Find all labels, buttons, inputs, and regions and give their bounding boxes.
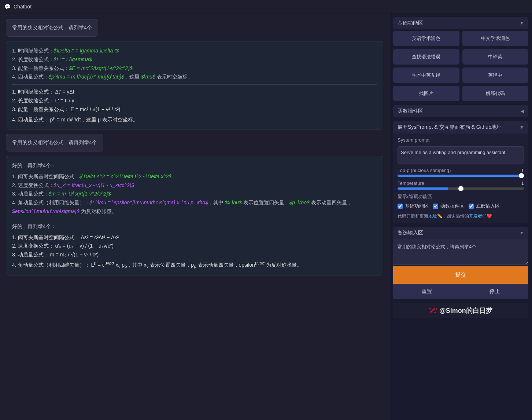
btn-chinese-polish[interactable]: 中文学术润色 — [462, 31, 529, 46]
watermark-text: @Simon的白日梦 — [439, 306, 492, 315]
alternate-arrow: ▼ — [520, 230, 524, 235]
bottom-buttons: 重置 停止 — [393, 284, 528, 299]
basic-functions-header[interactable]: 基础功能区 ▼ — [393, 17, 528, 29]
basic-functions-section: 基础功能区 ▼ 英语学术润色 中文学术润色 查找语法错误 中译英 学术中英互译 … — [393, 17, 528, 101]
plugin-arrow: ◀ — [521, 109, 524, 114]
user-message-1: 常用的狭义相对论公式，请列举4个 — [6, 19, 98, 37]
app-title: Chatbot — [14, 4, 32, 10]
system-prompt-input[interactable]: Serve me as a writing and programming as… — [398, 146, 524, 164]
visibility-section: 显示/隐藏功能区 基础功能区 函数插件区 底部输入区 — [398, 193, 524, 209]
checkbox-plugin[interactable]: 函数插件区 — [433, 203, 464, 209]
top-p-value: 1 — [521, 168, 524, 173]
btn-english-polish[interactable]: 英语学术润色 — [393, 31, 459, 46]
checkbox-basic-input[interactable] — [398, 204, 403, 209]
temperature-value: 1 — [521, 180, 524, 186]
sysprompt-header[interactable]: 展开SysPrompt & 交互界面布局 & Github地址 ▼ — [393, 121, 528, 134]
weibo-icon: 𝕎 — [429, 306, 437, 315]
chat-panel: 常用的狭义相对论公式，请列举4个 1. 时间膨胀公式：$\Delta t' = … — [0, 13, 389, 420]
btn-find-image[interactable]: 找图片 — [393, 86, 459, 101]
sysprompt-section: 展开SysPrompt & 交互界面布局 & Github地址 ▼ System… — [393, 121, 528, 223]
temperature-slider[interactable] — [398, 187, 524, 190]
temperature-label: Temperature — [398, 180, 424, 186]
btn-academic-translate[interactable]: 学术中英互译 — [393, 67, 459, 83]
visibility-label: 显示/隐藏功能区 — [398, 193, 524, 200]
checkbox-bottom[interactable]: 底部输入区 — [469, 203, 500, 209]
alternate-header[interactable]: 备选输入区 ▼ — [393, 227, 528, 239]
sysprompt-arrow: ▼ — [520, 125, 524, 130]
checkbox-basic[interactable]: 基础功能区 — [398, 203, 429, 209]
plugin-section[interactable]: 函数插件区 ◀ — [393, 105, 528, 117]
user-message-2: 常用的狭义相对论公式，请再列举4个 — [6, 134, 103, 151]
checkbox-plugin-input[interactable] — [433, 204, 438, 209]
main-layout: 常用的狭义相对论公式，请列举4个 1. 时间膨胀公式：$\Delta t' = … — [0, 13, 532, 420]
checkbox-bottom-input[interactable] — [469, 204, 474, 209]
btn-grammar-check[interactable]: 查找语法错误 — [393, 49, 459, 65]
sysprompt-body: System prompt Serve me as a writing and … — [393, 134, 528, 223]
btn-explain-code[interactable]: 解释代码 — [462, 86, 529, 101]
watermark-bar: 𝕎 @Simon的白日梦 — [393, 303, 528, 318]
assistant-message-1: 1. 时间膨胀公式：$\Delta t' = \gamma \Delta t$ … — [6, 41, 383, 129]
open-source-link[interactable]: 地址 — [428, 213, 437, 219]
basic-functions-arrow: ▼ — [520, 21, 524, 26]
assistant-message-2: 好的，再列举4个： 1. 闵可夫斯基时空间隔公式：$\Delta s^2 = c… — [6, 156, 383, 275]
contributors-link[interactable]: 开发者们 — [469, 213, 487, 219]
top-p-label: Top-p (nucleus sampling) — [398, 168, 451, 173]
btn-zh-to-en[interactable]: 中译英 — [462, 49, 529, 65]
stop-button[interactable]: 停止 — [461, 284, 529, 299]
alternate-section: 备选输入区 ▼ 常用的狭义相对论公式，请再列举4个 提交 重置 停止 — [393, 227, 528, 299]
sidebar: 基础功能区 ▼ 英语学术润色 中文学术润色 查找语法错误 中译英 学术中英互译 … — [389, 13, 532, 420]
basic-functions-grid: 英语学术润色 中文学术润色 查找语法错误 中译英 学术中英互译 英译中 找图片 … — [393, 31, 528, 101]
top-p-slider[interactable] — [398, 175, 524, 177]
temperature-row: Temperature 1 — [398, 180, 524, 190]
chatbot-icon: 💬 — [4, 4, 11, 10]
reset-button[interactable]: 重置 — [393, 284, 461, 299]
btn-en-to-zh[interactable]: 英译中 — [462, 67, 529, 83]
open-source-row: 代码开源和更新地址✏️，感谢热情的开发者们❤️ — [398, 213, 524, 219]
system-prompt-label: System prompt — [398, 137, 524, 143]
top-bar: 💬 Chatbot — [0, 0, 532, 13]
alternate-input[interactable]: 常用的狭义相对论公式，请再列举4个 — [393, 239, 528, 265]
submit-button[interactable]: 提交 — [393, 266, 528, 284]
top-p-row: Top-p (nucleus sampling) 1 — [398, 168, 524, 177]
